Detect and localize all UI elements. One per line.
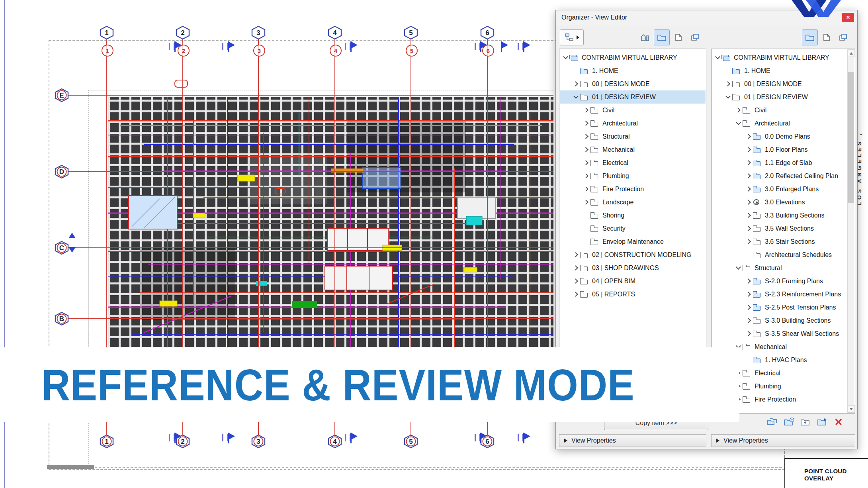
chevron-icon[interactable] [735,107,742,114]
chevron-icon[interactable] [745,238,752,245]
scroll-down-icon[interactable] [848,405,855,413]
project-chooser-button[interactable] [560,29,584,45]
chevron-icon[interactable] [735,120,742,127]
chevron-icon[interactable] [745,199,752,206]
close-button[interactable] [842,13,854,22]
chevron-icon[interactable] [745,186,752,192]
tree-item[interactable]: 1. HOME [560,64,706,77]
chevron-icon[interactable] [583,107,590,114]
chevron-icon[interactable] [583,238,590,245]
chevron-icon[interactable] [583,199,590,206]
chevron-icon[interactable] [583,120,590,127]
chevron-icon[interactable] [573,80,579,87]
tree-item[interactable]: 05 | REPORTS [560,288,706,301]
tree-item[interactable]: S-2.3 Reinforcement Plans [712,288,847,301]
chevron-icon[interactable] [573,67,579,74]
chevron-icon[interactable] [745,172,752,179]
tree-item[interactable]: CONTRABIM VIRTUAL LIBRARY [712,51,847,64]
chevron-icon[interactable] [745,146,752,153]
tree-item[interactable]: 01 | DESIGN REVIEW [560,90,706,104]
tree-item[interactable]: 1.1 Edge of Slab [712,156,847,169]
chevron-icon[interactable] [745,212,752,219]
chevron-icon[interactable] [745,159,752,166]
tree-item[interactable]: 04 | OPEN BIM [560,274,706,288]
tree-item[interactable]: 1. HOME [712,64,847,77]
chevron-icon[interactable] [725,94,731,100]
scrollbar[interactable] [847,49,854,413]
chevron-icon[interactable] [583,146,590,153]
layout-book-button[interactable] [671,29,686,45]
tree-item[interactable]: Envelop Maintenance [560,235,706,248]
tree-item[interactable]: 00 | DESIGN MODE [712,77,847,90]
tree-item[interactable]: 01 | DESIGN REVIEW [712,90,847,104]
chevron-icon[interactable] [745,304,752,311]
tree-item[interactable]: Architectural Schedules [712,248,847,261]
chevron-icon[interactable] [725,80,731,87]
chevron-icon[interactable] [583,159,590,166]
tree-item[interactable]: Security [560,222,706,235]
chevron-icon[interactable] [583,186,590,192]
tree-item[interactable]: 03 | SHOP DRAWINGS [560,261,706,274]
tree-item[interactable]: 3.0 Enlarged Plans [712,182,847,196]
view-properties-left[interactable]: View Properties [559,434,706,447]
tree-item[interactable]: Structural [712,261,847,274]
tree-item[interactable]: 02 | CONSTRUCTION MODELING [560,248,706,261]
chevron-icon[interactable] [745,291,752,298]
tree-item[interactable]: Architectural [560,117,706,130]
chevron-icon[interactable] [745,317,752,324]
chevron-icon[interactable] [745,357,752,363]
chevron-icon[interactable] [745,251,752,258]
chevron-icon[interactable] [573,278,579,284]
tree-item[interactable]: 0.0 Demo Plans [712,130,847,143]
tree-item[interactable]: CONTRABIM VIRTUAL LIBRARY [560,51,706,64]
chevron-icon[interactable] [573,251,579,258]
tree-item[interactable]: 3.0 Elevations [712,196,847,209]
publisher-sets-button-right[interactable] [835,29,851,45]
tree-item[interactable]: 00 | DESIGN MODE [560,77,706,90]
chevron-icon[interactable] [573,291,579,298]
tree-item[interactable]: Plumbing [560,169,706,182]
save-view-icon[interactable] [817,417,828,427]
tree-item[interactable]: Structural [560,130,706,143]
add-clone-icon[interactable] [784,417,795,427]
tree-item[interactable]: Landscape [560,196,706,209]
tree-item[interactable]: 3.6 Stair Sections [712,235,847,248]
clone-folder-icon[interactable] [767,417,778,427]
chevron-icon[interactable] [745,133,752,140]
tree-item[interactable]: Civil [712,104,847,117]
chevron-icon[interactable] [745,278,752,284]
chevron-icon[interactable] [583,225,590,232]
tree-item[interactable]: 2.0 Reflected Ceiling Plan [712,169,847,182]
chevron-icon[interactable] [583,212,590,219]
tree-item[interactable]: 1.0 Floor Plans [712,143,847,156]
chevron-icon[interactable] [725,67,731,74]
view-properties-right[interactable]: View Properties [711,434,855,447]
tree-item[interactable]: 3.5 Wall Sections [712,222,847,235]
scrollbar-thumb[interactable] [848,72,854,203]
layout-book-button-right[interactable] [819,29,835,45]
tree-item[interactable]: Mechanical [560,143,706,156]
project-map-button[interactable] [637,29,653,45]
tree-item[interactable]: Fire Protection [560,182,706,196]
tree-item[interactable]: Electrical [560,156,706,169]
tree-item[interactable]: S-2.0 Framing Plans [712,274,847,288]
chevron-icon[interactable] [562,54,569,61]
tree-item[interactable]: Shoring [560,209,706,222]
tree-item[interactable]: S-3.5 Shear Wall Sections [712,327,847,340]
chevron-icon[interactable] [583,133,590,140]
chevron-icon[interactable] [583,172,590,179]
chevron-icon[interactable] [745,225,752,232]
delete-icon[interactable] [834,417,845,427]
chevron-icon[interactable] [573,265,579,271]
view-map-button-right[interactable] [802,29,818,45]
publisher-sets-button[interactable] [687,29,703,45]
view-map-button[interactable] [654,29,670,45]
scroll-up-icon[interactable] [848,49,855,57]
chevron-icon[interactable] [735,265,742,271]
tree-item[interactable]: Architectural [712,117,847,130]
chevron-icon[interactable] [745,330,752,337]
chevron-icon[interactable] [573,94,579,100]
chevron-icon[interactable] [714,54,721,61]
new-folder-icon[interactable] [800,417,811,427]
tree-item[interactable]: 3.3 Building Sections [712,209,847,222]
